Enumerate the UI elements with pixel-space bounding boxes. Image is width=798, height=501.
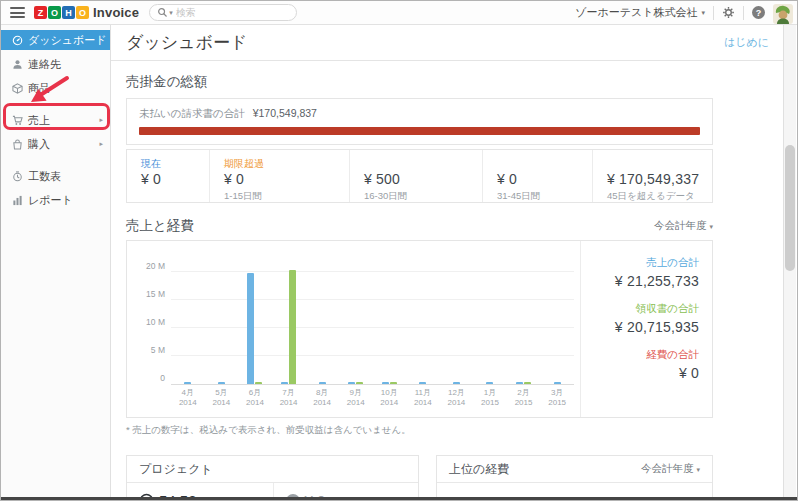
aging-bucket-3: ¥ 031-45日間 [482, 150, 592, 202]
chart-total-amount: ¥ 21,255,733 [581, 273, 699, 289]
sidebar-item-purchases[interactable]: 購入▸ [1, 134, 110, 154]
chart-x-tick-label: 10月2014 [372, 388, 406, 408]
chart-month-slot [406, 255, 440, 384]
sidebar-item-label: 商品 [28, 81, 50, 96]
sidebar-item-timesheet[interactable]: 工数表 [1, 166, 110, 186]
chart-y-tick-label: 0 [137, 373, 165, 383]
help-icon[interactable]: ? [752, 6, 765, 19]
sidebar-item-label: ダッシュボード [28, 33, 107, 48]
search-input[interactable] [176, 7, 289, 18]
topbar-right: ゾーホーテスト株式会社 ▾ ? [575, 1, 797, 24]
sales-footnote: * 売上の数字は、税込みで表示され、前受収益は含んでいません。 [126, 424, 713, 437]
contacts-icon [12, 59, 28, 70]
chart-month-slot [171, 255, 205, 384]
aging-bucket-label: 期限超過 [224, 157, 349, 169]
chart-bar-売上 [419, 382, 426, 384]
unpaid-invoices-total: ¥170,549,837 [253, 107, 317, 119]
chart-total: 売上の合計¥ 21,255,733 [581, 256, 699, 289]
sidebar-item-sales[interactable]: 売上▸ [1, 110, 110, 130]
sidebar-item-dashboard[interactable]: ダッシュボード [1, 30, 110, 50]
sidebar-item-label: 工数表 [28, 169, 61, 184]
chart-bar-売上 [516, 382, 523, 384]
aging-bucket-label: 現在 [141, 157, 209, 169]
sales-icon [12, 115, 28, 126]
chart-x-tick-label: 6月2014 [238, 388, 272, 408]
dashboard-content: 売掛金の総額 未払いの請求書の合計 ¥170,549,837 現在¥ 0期限超過… [111, 73, 783, 497]
chart-bars [171, 255, 574, 384]
expenses-fiscal-year-selector[interactable]: 今会計年度 ▾ [641, 462, 700, 476]
sidebar-item-reports[interactable]: レポート [1, 190, 110, 210]
aging-bucket-label [497, 157, 592, 169]
sidebar-item-contacts[interactable]: 連絡先 [1, 54, 110, 74]
chevron-down-icon: ▾ [701, 9, 705, 17]
reports-icon [12, 195, 28, 206]
zoho-logo-letter: O [48, 6, 61, 19]
chart-bar-売上 [453, 382, 460, 384]
unpaid-invoices-label: 未払いの請求書の合計 [139, 107, 245, 119]
chart-bar-領収書 [255, 382, 262, 384]
chevron-right-icon: ▸ [99, 140, 103, 148]
aging-bucket-0: 現在¥ 0 [127, 150, 209, 202]
project-stat: 54:53未請求の時間 [127, 483, 273, 497]
sidebar: ダッシュボード連絡先商品売上▸購入▸工数表レポート [1, 25, 111, 497]
chart-total-label: 売上の合計 [581, 256, 699, 270]
chart-bar-領収書 [289, 270, 296, 384]
aging-bucket-amount: ¥ 500 [364, 171, 482, 187]
chart-month-slot [473, 255, 507, 384]
chevron-down-icon: ▾ [696, 466, 700, 473]
settings-gear-icon[interactable] [722, 6, 735, 19]
chart-month-slot [205, 255, 239, 384]
chart-total-amount: ¥ 20,715,935 [581, 319, 699, 335]
chart-total-label: 領収書の合計 [581, 302, 699, 316]
chevron-right-icon: ▸ [99, 116, 103, 124]
getting-started-link[interactable]: はじめに [724, 35, 769, 50]
vertical-scrollbar[interactable] [783, 25, 796, 497]
sidebar-item-items[interactable]: 商品 [1, 78, 110, 98]
chart-month-slot [238, 255, 272, 384]
window-bottom-edge [1, 497, 797, 500]
chart-x-tick-label: 4月2014 [171, 388, 205, 408]
aging-bucket-period: 16-30日間 [364, 190, 482, 203]
org-selector[interactable]: ゾーホーテスト株式会社 ▾ [575, 5, 705, 20]
page-title: ダッシュボード [126, 31, 247, 54]
bar-chart: 20 M15 M10 M5 M0 4月20145月20146月20147月201… [127, 241, 580, 417]
chevron-down-icon: ▾ [709, 223, 713, 230]
chart-bar-領収書 [356, 382, 363, 384]
sidebar-item-label: レポート [28, 193, 73, 208]
chart-month-slot [339, 255, 373, 384]
chart-x-tick-label: 5月2014 [205, 388, 239, 408]
dashboard-icon [12, 35, 28, 46]
product-name: Invoice [93, 5, 139, 20]
sales-expense-section-title: 売上と経費 [126, 217, 194, 235]
chart-month-slot [272, 255, 306, 384]
zoho-logo-letter: H [62, 6, 75, 19]
chart-y-tick-label: 10 M [137, 317, 165, 327]
search-scope-caret-icon[interactable]: ▾ [169, 9, 173, 17]
chart-x-tick-label: 2月2015 [507, 388, 541, 408]
chart-bar-売上 [554, 382, 561, 384]
receivables-progress-bar [139, 127, 700, 135]
user-avatar[interactable] [773, 4, 793, 24]
projects-widget-title: プロジェクト [139, 461, 213, 478]
search-box[interactable]: ▾ [149, 4, 297, 21]
top-expenses-widget-title: 上位の経費 [449, 461, 509, 478]
menu-icon[interactable] [10, 7, 25, 18]
zoho-logo-letter: O [76, 6, 89, 19]
aging-bucket-label [364, 157, 482, 169]
scrollbar-thumb[interactable] [785, 145, 795, 271]
aging-bucket-period: 31-45日間 [497, 190, 592, 203]
chart-totals-panel: 売上の合計¥ 21,255,733領収書の合計¥ 20,715,935経費の合計… [580, 241, 712, 417]
chart-x-axis: 4月20145月20146月20147月20148月20149月201410月2… [171, 388, 574, 408]
aging-bucket-2: ¥ 50016-30日間 [349, 150, 482, 202]
chart-x-tick-label: 11月2014 [406, 388, 440, 408]
aging-bucket-1: 期限超過¥ 01-15日間 [209, 150, 349, 202]
topbar: ZOHO Invoice ▾ ゾーホーテスト株式会社 ▾ ? [1, 1, 797, 25]
aging-bucket-4: ¥ 170,549,33745日を超えるデータ [592, 150, 712, 202]
chart-x-tick-label: 3月2015 [540, 388, 574, 408]
chart-month-slot [372, 255, 406, 384]
zoho-logo[interactable]: ZOHO [34, 6, 89, 19]
search-icon [157, 7, 168, 18]
chart-total: 領収書の合計¥ 20,715,935 [581, 302, 699, 335]
fiscal-year-selector[interactable]: 今会計年度 ▾ [654, 219, 713, 233]
aging-bucket-amount: ¥ 0 [497, 171, 592, 187]
